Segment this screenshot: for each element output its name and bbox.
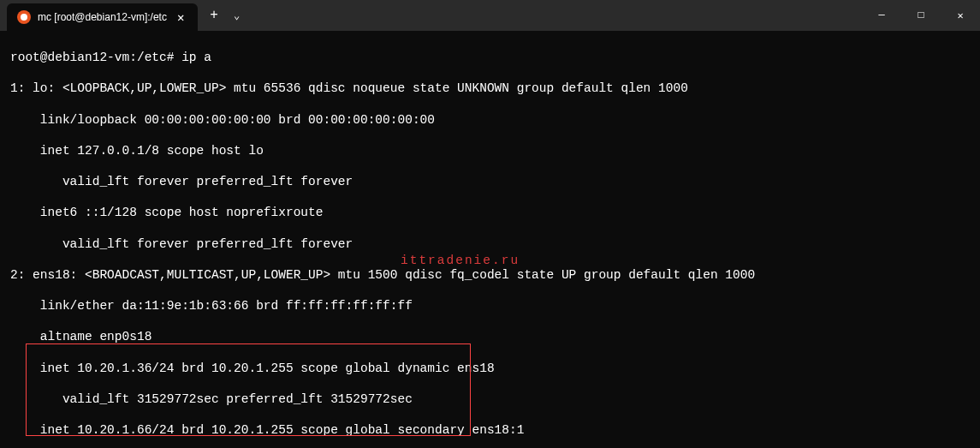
output-line: 1: lo: <LOOPBACK,UP,LOWER_UP> mtu 65536 … (10, 81, 970, 96)
output-line: link/ether da:11:9e:1b:63:66 brd ff:ff:f… (10, 298, 970, 314)
output-line: inet 127.0.0.1/8 scope host lo (10, 143, 970, 158)
window-controls: — □ ✕ (862, 0, 980, 31)
output-line: inet6 ::1/128 scope host noprefixroute (10, 205, 970, 220)
output-line: 2: ens18: <BROADCAST,MULTICAST,UP,LOWER_… (10, 267, 970, 283)
tab-close-button[interactable]: ✕ (174, 9, 187, 27)
output-line: valid_lft forever preferred_lft forever (10, 236, 970, 252)
tab-dropdown-button[interactable]: ⌄ (227, 4, 246, 27)
output-line: altname enp0s18 (10, 329, 970, 344)
new-tab-button[interactable]: + (201, 3, 227, 28)
minimize-button[interactable]: — (862, 0, 901, 31)
watermark-text: ittradenie.ru (401, 254, 520, 267)
output-line: inet 10.20.1.66/24 brd 10.20.1.255 scope… (10, 422, 970, 438)
tab-title: mc [root@debian12-vm]:/etc (38, 11, 167, 23)
output-line: valid_lft 31529772sec preferred_lft 3152… (10, 391, 970, 407)
terminal-tab[interactable]: mc [root@debian12-vm]:/etc ✕ (7, 3, 198, 31)
output-line: valid_lft forever preferred_lft forever (10, 174, 970, 189)
maximize-button[interactable]: □ (901, 0, 941, 31)
close-window-button[interactable]: ✕ (941, 0, 980, 31)
output-line: inet 10.20.1.36/24 brd 10.20.1.255 scope… (10, 361, 970, 376)
output-line: link/loopback 00:00:00:00:00:00 brd 00:0… (10, 112, 970, 128)
ubuntu-icon (17, 10, 31, 24)
titlebar: mc [root@debian12-vm]:/etc ✕ + ⌄ — □ ✕ (0, 0, 980, 31)
terminal-output[interactable]: root@debian12-vm:/etc# ip a 1: lo: <LOOP… (0, 31, 980, 448)
prompt-line: root@debian12-vm:/etc# ip a (10, 50, 970, 65)
